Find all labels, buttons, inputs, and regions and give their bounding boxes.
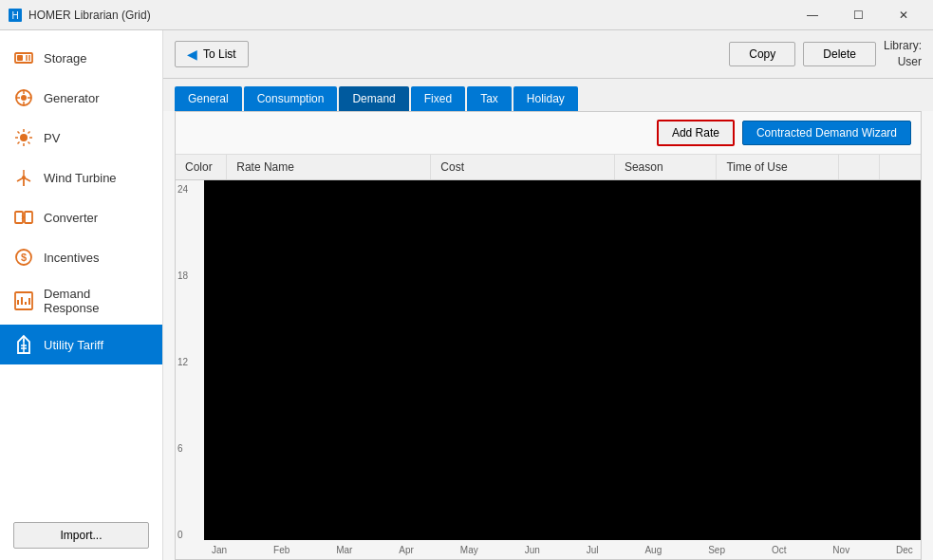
import-button[interactable]: Import... [13,522,149,549]
x-label-jan: Jan [212,545,227,555]
main-layout: Storage Generator [0,30,933,560]
copy-button[interactable]: Copy [729,42,795,66]
svg-point-7 [21,95,27,101]
svg-line-20 [18,142,20,144]
window-controls: — ☐ ✕ [791,0,925,30]
x-label-may: May [460,545,478,555]
x-label-aug: Aug [644,545,662,555]
rate-controls: Add Rate Contracted Demand Wizard [176,112,921,155]
sidebar-label-incentives: Incentives [44,251,100,265]
sidebar-item-demand-response[interactable]: Demand Response [0,277,162,325]
chart-canvas [204,180,921,540]
converter-icon [13,207,34,228]
demand-panel: Add Rate Contracted Demand Wizard Color … [175,111,922,560]
x-label-jul: Jul [587,545,599,555]
tab-demand[interactable]: Demand [339,86,408,111]
sidebar-item-utility-tariff[interactable]: Utility Tariff [0,325,162,364]
to-list-button[interactable]: ◀ To List [175,41,249,67]
svg-rect-27 [25,212,32,223]
sidebar-label-pv: PV [44,131,60,145]
sidebar-item-incentives[interactable]: $ Incentives [0,237,162,277]
tab-tax[interactable]: Tax [467,86,512,111]
library-info: Library: User [884,38,922,70]
add-rate-button[interactable]: Add Rate [657,120,735,146]
svg-line-24 [17,177,24,181]
app-icon: H [8,8,23,23]
maximize-button[interactable]: ☐ [836,0,880,30]
generator-icon [13,87,34,108]
toolbar-left: ◀ To List [175,41,249,67]
tab-bar: General Consumption Demand Fixed Tax Hol… [163,79,933,111]
svg-line-19 [28,132,30,134]
toolbar-right: Copy Delete Library: User [729,38,922,70]
svg-text:H: H [11,10,18,21]
tab-consumption[interactable]: Consumption [244,86,338,111]
demand-response-icon [13,290,34,311]
x-label-nov: Nov [832,545,849,555]
sidebar-label-converter: Converter [44,211,98,225]
x-label-dec: Dec [896,545,913,555]
y-label-12: 12 [177,357,200,367]
x-label-sep: Sep [708,545,725,555]
sidebar-label-wind-turbine: Wind Turbine [44,171,117,185]
svg-point-12 [20,134,28,141]
content-area: ◀ To List Copy Delete Library: User Gene… [163,30,933,560]
chart-main: Jan Feb Mar Apr May Jun Jul Aug Sep Oct … [204,180,921,559]
sidebar-label-demand-response: Demand Response [44,287,149,315]
x-label-mar: Mar [336,545,352,555]
x-axis: Jan Feb Mar Apr May Jun Jul Aug Sep Oct … [204,540,921,559]
svg-line-25 [24,177,30,181]
svg-text:$: $ [21,252,27,263]
sidebar-item-wind-turbine[interactable]: Wind Turbine [0,158,162,197]
delete-button[interactable]: Delete [803,42,876,66]
tab-holiday[interactable]: Holiday [513,86,578,111]
x-label-jun: Jun [525,545,540,555]
x-label-apr: Apr [399,545,414,555]
storage-icon [13,47,34,68]
minimize-button[interactable]: — [791,0,834,30]
col-header-actions2 [880,155,921,180]
titlebar: H HOMER Librarian (Grid) — ☐ ✕ [0,0,933,30]
rate-table: Color Rate Name Cost Season Time of Use [176,155,921,180]
x-label-oct: Oct [772,545,787,555]
tab-general[interactable]: General [175,86,242,111]
sidebar-item-pv[interactable]: PV [0,118,162,158]
y-label-24: 24 [177,184,200,195]
app-title: HOMER Librarian (Grid) [28,9,791,22]
svg-line-17 [18,132,20,134]
library-label: Library: [884,38,922,54]
wind-turbine-icon [13,167,34,188]
contracted-demand-wizard-button[interactable]: Contracted Demand Wizard [742,121,911,145]
utility-tariff-icon [13,334,34,355]
to-list-label: To List [203,47,236,61]
sidebar: Storage Generator [0,30,163,560]
y-label-18: 18 [177,271,200,281]
svg-rect-26 [15,212,23,223]
col-header-actions [839,155,880,180]
sidebar-item-generator[interactable]: Generator [0,78,162,118]
col-header-time-of-use: Time of Use [717,155,839,180]
toolbar: ◀ To List Copy Delete Library: User [163,30,933,79]
y-label-6: 6 [177,443,200,454]
col-header-season: Season [614,155,717,180]
col-header-cost: Cost [431,155,615,180]
rates-table: Color Rate Name Cost Season Time of Use [176,155,921,180]
col-header-color: Color [176,155,227,180]
col-header-rate-name: Rate Name [227,155,431,180]
sidebar-item-converter[interactable]: Converter [0,197,162,237]
back-arrow-icon: ◀ [187,47,197,62]
sidebar-label-generator: Generator [44,91,100,105]
pv-icon [13,127,34,148]
close-button[interactable]: ✕ [882,0,925,30]
chart-container: 0 6 12 18 24 Jan Feb Mar Apr [176,180,921,559]
sidebar-label-utility-tariff: Utility Tariff [44,338,103,352]
sidebar-item-storage[interactable]: Storage [0,38,162,78]
x-label-feb: Feb [273,545,289,555]
y-axis: 0 6 12 18 24 [176,180,204,559]
svg-rect-3 [17,55,23,61]
tab-fixed[interactable]: Fixed [411,86,465,111]
incentives-icon: $ [13,247,34,268]
y-label-0: 0 [177,530,200,540]
library-value: User [884,54,922,70]
svg-line-18 [28,142,30,144]
